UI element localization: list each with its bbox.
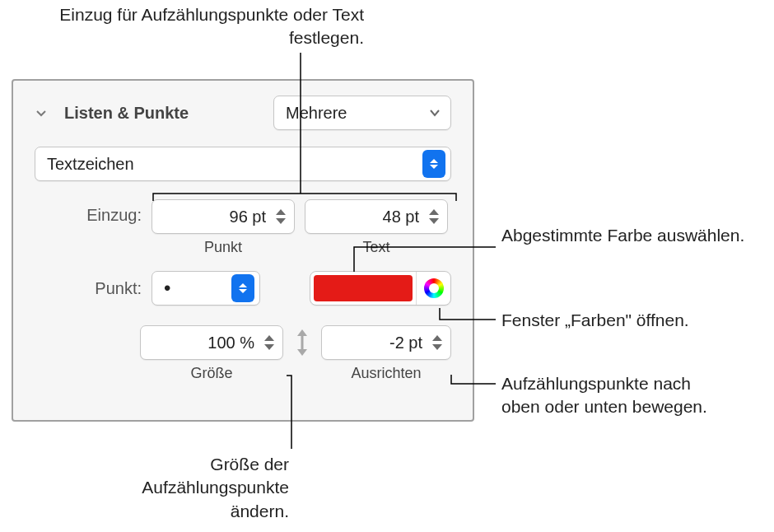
bullet-type-value: Textzeichen <box>47 155 422 174</box>
indent-text-value: 48 pt <box>314 208 424 226</box>
stepper-arrows-icon <box>271 208 291 226</box>
chevron-down-icon <box>427 105 442 120</box>
indent-punkt-sublabel: Punkt <box>152 239 295 256</box>
updown-icon <box>422 150 445 178</box>
disclosure-toggle[interactable] <box>35 106 48 119</box>
callout-align: Aufzählungspunkte nach oben oder unten b… <box>501 372 732 419</box>
bullet-style-select[interactable]: Mehrere <box>273 96 451 130</box>
bullet-align-value: -2 pt <box>330 334 427 352</box>
einzug-label: Einzug: <box>35 199 142 225</box>
stepper-arrows-icon <box>424 208 444 226</box>
callout-indent: Einzug für Aufzählungspunkte oder Text f… <box>35 3 364 50</box>
callout-color-swatch: Abgestimmte Farbe auswählen. <box>501 224 748 247</box>
bullet-align-stepper[interactable]: -2 pt <box>321 325 451 360</box>
indent-text-stepper[interactable]: 48 pt <box>305 199 448 234</box>
indent-punkt-stepper[interactable]: 96 pt <box>152 199 295 234</box>
stepper-arrows-icon <box>427 334 447 352</box>
bullet-style-select-value: Mehrere <box>286 104 427 123</box>
callout-size: Größe der Aufzählungspunkte ändern. <box>91 453 289 523</box>
bullet-type-select[interactable]: Textzeichen <box>35 147 451 181</box>
bullet-color-well <box>310 271 451 306</box>
bullet-size-stepper[interactable]: 100 % <box>140 325 283 360</box>
bullet-align-sublabel: Ausrichten <box>321 365 451 382</box>
indent-text-sublabel: Text <box>305 239 448 256</box>
section-title: Listen & Punkte <box>64 104 189 123</box>
updown-icon <box>231 274 254 302</box>
color-wheel-icon <box>424 278 444 298</box>
bullet-size-sublabel: Größe <box>140 365 283 382</box>
callout-color-picker: Fenster „Farben" öffnen. <box>501 309 689 332</box>
indent-punkt-value: 96 pt <box>161 208 271 226</box>
stepper-arrows-icon <box>259 334 279 352</box>
punkt-label: Punkt: <box>35 279 142 298</box>
bullet-size-value: 100 % <box>149 334 259 352</box>
bullet-symbol-value: • <box>164 278 231 298</box>
bullet-color-picker-button[interactable] <box>416 272 450 305</box>
lists-bullets-panel: Listen & Punkte Mehrere Textzeichen Einz… <box>12 79 474 422</box>
bullet-color-swatch[interactable] <box>314 275 413 301</box>
bullet-symbol-select[interactable]: • <box>152 271 260 306</box>
vertical-arrows-icon <box>293 329 311 356</box>
